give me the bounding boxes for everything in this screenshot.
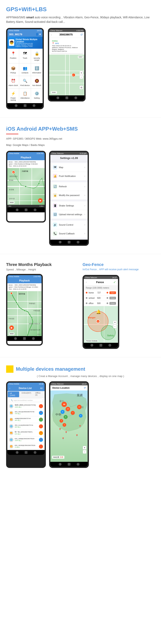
nav-apps-pb[interactable]: ○ — [34, 208, 36, 211]
pb3m-city3: 中南花园 — [34, 310, 40, 312]
settings-item-push[interactable]: 🔔 Push Notification › — [50, 172, 88, 180]
settings-item-callback[interactable]: 📞 Sound Callback › — [50, 229, 88, 238]
nav-back-dm[interactable]: ◁ — [59, 463, 62, 466]
fence-dot-school — [86, 297, 88, 299]
nav-apps[interactable]: ○ — [32, 104, 36, 107]
nav-home[interactable]: □ — [24, 104, 26, 107]
map-svg: ● — [49, 54, 84, 96]
gps-info-card: Online 📍 GPS Time 2018-10-09 03:26:12 ad… — [50, 39, 83, 54]
nav-apps-fence[interactable]: ○ — [108, 344, 111, 347]
shake-arrow: › — [84, 204, 85, 207]
grid-item-power[interactable]: ⚡ Power saving — [7, 89, 19, 103]
nav-home-dl[interactable]: □ — [25, 451, 28, 454]
cluster-4: 12 — [77, 405, 82, 409]
fence-btn-close-office[interactable]: Close — [110, 302, 116, 305]
settings-item-password[interactable]: 🔒 Modify the password › — [50, 191, 88, 200]
device-item-6[interactable]: 📶 620_28290|E359339075528 1% 稳上 📍 — [7, 443, 45, 450]
information-icon: ℹ️ — [34, 66, 40, 71]
settings-item-left-push: 🔔 Push Notification — [53, 174, 76, 178]
pb3m-play[interactable]: ▶ — [9, 326, 14, 330]
nav-apps-dl[interactable]: ○ — [34, 451, 36, 454]
nav-home-s[interactable]: □ — [68, 241, 70, 244]
dl-back[interactable]: ‹ — [9, 386, 10, 390]
device-item-5[interactable]: 🌐 620_2968|E359339075529 100% 稳上 📍 — [7, 436, 45, 443]
fence-zoom-in[interactable]: + — [113, 320, 117, 324]
section-features: Three Months Playback Speed，Mileage，Heig… — [0, 258, 161, 353]
grid-item-pickup[interactable]: 📦 Pickup — [7, 64, 19, 76]
nav-home-dm[interactable]: □ — [68, 463, 70, 466]
device-item-3[interactable]: 🌐 353_4143|359339075741 98% 稳上 📍 — [7, 423, 45, 430]
dm-title: Device Location — [52, 386, 70, 389]
grid-item-alarm[interactable]: ⏰ Alarm clock — [7, 76, 19, 88]
back-arrow[interactable]: ‹ — [51, 33, 52, 36]
nav-back-pb3m[interactable]: ◁ — [14, 337, 17, 340]
gps-number: 359339075 — [59, 33, 72, 36]
grid-item-information[interactable]: ℹ️ Information — [31, 64, 42, 76]
nav-back-fence[interactable]: ◁ — [90, 344, 93, 347]
marker-single-5: 📍 — [62, 437, 64, 440]
upload-arrow: › — [84, 213, 85, 216]
device-icon-3: 📍 — [39, 424, 43, 428]
dl-tab-offline[interactable]: Offline (3) — [33, 391, 45, 398]
dm-refresh[interactable]: ↺ — [84, 386, 86, 389]
dm-zoom-out[interactable]: - — [83, 450, 86, 454]
playback-3m-screen: China Mobile 2:53 PM Playback devise： 30… — [7, 275, 42, 344]
nav-apps-s[interactable]: ○ — [77, 241, 80, 244]
zoom-out[interactable]: - — [80, 75, 83, 79]
contacts-icon: 👥 — [22, 66, 28, 71]
fence-zoom-out[interactable]: - — [113, 325, 117, 328]
nav-home-fence[interactable]: □ — [100, 344, 102, 347]
fence-value-office: 500 — [97, 302, 105, 304]
device-item-0[interactable]: 🌐 海甫3 [国富] [359339075796] 100% 稳上 📍 — [7, 403, 45, 410]
nav-home-pb3m[interactable]: □ — [23, 337, 26, 340]
nav-apps-2[interactable]: ○ — [74, 96, 77, 99]
grid-item-track[interactable]: 🗺 Track — [19, 49, 31, 63]
device-item-4[interactable]: 📶 弱一场- [359339075697] 22% 稳上 📍 — [7, 430, 45, 436]
map-city3: 前海城 — [9, 179, 13, 182]
grid-item-security[interactable]: 🔒 security scope — [31, 49, 42, 63]
device-status-6: 1% 稳上 — [15, 446, 38, 448]
grid-item-setting[interactable]: ⚙️ Setting — [31, 89, 42, 103]
dm-carrier: China Telecom — [52, 383, 64, 385]
dl-tab-online[interactable]: Online(997) — [20, 391, 33, 398]
phone-screen-2: China Telecom 4:08 PM ‹ 359339075 ↺ Onli… — [49, 29, 84, 100]
pickup-label: Pickup — [10, 72, 16, 74]
settings-item-upload[interactable]: ⬆️ Upload interval settings › — [50, 210, 88, 219]
device-item-2[interactable]: 📶 4498|E359339075744 38% 稳上 📍 — [7, 416, 45, 423]
fence-check-icon[interactable]: ✓ — [113, 280, 116, 284]
fence-btn-open-home[interactable]: Open — [110, 292, 116, 294]
dm-zoom-in[interactable]: + — [83, 446, 86, 450]
settings-item-sound[interactable]: 🔊 Sound Control › — [50, 220, 88, 229]
nav-home-2[interactable]: □ — [66, 96, 68, 99]
fence-color-home — [106, 292, 108, 294]
play-button[interactable]: ▶ — [38, 198, 42, 203]
nav-home-pb[interactable]: □ — [25, 208, 28, 211]
nav-back[interactable]: ◁ — [15, 104, 18, 107]
refresh-icon[interactable]: ↺ — [80, 33, 83, 36]
settings-item-shake[interactable]: 📳 Shake Settings › — [50, 201, 88, 210]
grid-item-find[interactable]: 🔍 Find device — [19, 76, 31, 88]
nav-back-2[interactable]: ◁ — [56, 96, 59, 99]
grid-item-position[interactable]: 📍 Position — [7, 49, 19, 63]
settings-item-map[interactable]: 🗺 Map › — [50, 163, 88, 172]
nav-apps-pb3m[interactable]: ○ — [32, 337, 35, 340]
fence-back[interactable]: ‹ — [86, 280, 87, 284]
dl-tab-all[interactable]: All (1000) — [8, 392, 19, 397]
nav-back-s[interactable]: ◁ — [59, 241, 62, 244]
nav-apps-dm[interactable]: ○ — [77, 463, 80, 466]
zoom-in[interactable]: + — [80, 71, 83, 75]
grid-item-disturb[interactable]: 🔕 Not disturb — [31, 76, 42, 88]
nav-back-pb[interactable]: ◁ — [16, 208, 18, 211]
gps-coords: 50.227218;4.229714 — [52, 50, 82, 52]
grid-item-contacts[interactable]: 👥 contacts — [19, 64, 31, 76]
settings-item-refresh[interactable]: 🔄 Refresh › — [50, 182, 88, 191]
marker-single-1: 📍 — [78, 425, 82, 428]
dl-search[interactable]: 🔍 input account/imei number — [9, 399, 43, 402]
device-item-1[interactable]: 📶 303_4621|E359339075746 75% 稳上 📍 — [7, 410, 45, 416]
alarm-label: Alarm clock — [8, 84, 18, 86]
grid-item-attendance[interactable]: 📋 Attendance — [19, 89, 31, 103]
upload-settings-label: Upload interval settings — [59, 213, 82, 216]
nav-back-dl[interactable]: ◁ — [16, 451, 18, 454]
fence-btn-close-school[interactable]: Close — [110, 297, 116, 300]
location-button[interactable]: ◎ — [80, 86, 83, 89]
